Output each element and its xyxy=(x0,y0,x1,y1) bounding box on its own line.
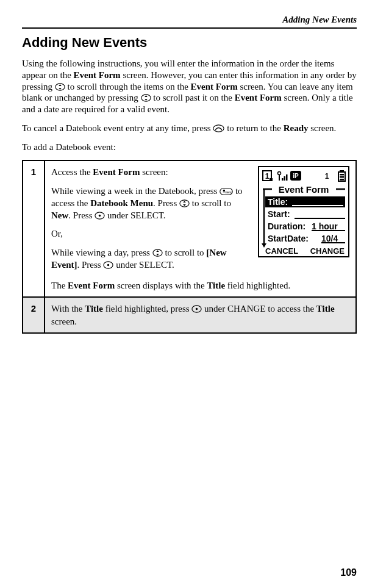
step-number: 2 xyxy=(23,297,45,333)
step1-line2: While viewing a week in the Datebook, pr… xyxy=(51,185,252,222)
text: field highlighted. xyxy=(225,281,290,290)
svg-text:Duration:: Duration: xyxy=(268,221,305,231)
text: to scroll to xyxy=(190,198,231,208)
soft-key-icon xyxy=(191,305,202,313)
text: to scroll through the items on the xyxy=(65,82,191,91)
menu-key-icon: menu xyxy=(220,188,233,195)
svg-text:1 hour: 1 hour xyxy=(312,221,338,231)
text-bold: Event Form xyxy=(191,82,238,91)
svg-rect-29 xyxy=(340,174,344,176)
text: Access the xyxy=(51,167,93,177)
text-bold: Title xyxy=(207,281,225,290)
text-bold: Event Form xyxy=(68,281,115,290)
step1-line1: Access the Event Form screen: xyxy=(51,166,252,178)
step-content: Access the Event Form screen: While view… xyxy=(45,160,356,297)
text-bold: Ready xyxy=(284,123,309,133)
svg-text:menu: menu xyxy=(226,190,233,193)
text: to scroll past it on the xyxy=(151,93,235,102)
soft-key-icon xyxy=(95,212,105,220)
text-bold: Title xyxy=(85,304,103,314)
text: While viewing a day, press xyxy=(51,248,152,257)
text: To cancel a Datebook event entry at any … xyxy=(22,123,213,133)
lcd-screenshot: 1 iP xyxy=(258,166,349,277)
text: screen: xyxy=(140,167,168,177)
text: screen. xyxy=(51,317,77,326)
page-number: 109 xyxy=(340,567,357,578)
scroll-key-icon xyxy=(141,94,151,102)
intro-p1: Using the following instructions, you wi… xyxy=(22,58,357,115)
svg-text:Title:: Title: xyxy=(268,197,288,207)
text-bold: New xyxy=(51,210,68,220)
svg-rect-18 xyxy=(270,178,273,181)
step1-or: Or, xyxy=(51,228,252,240)
page-title: Adding New Events xyxy=(22,35,357,51)
svg-point-50 xyxy=(196,308,198,310)
step-number: 1 xyxy=(23,160,45,297)
step1-line3: While viewing a day, press to scroll to … xyxy=(51,246,252,271)
text-bold: Event Form xyxy=(93,167,140,177)
text: While viewing a week in the Datebook, pr… xyxy=(51,186,220,196)
step-content: With the Title field highlighted, press … xyxy=(45,297,356,333)
svg-rect-22 xyxy=(284,176,286,181)
svg-point-14 xyxy=(107,264,109,266)
text: field highlighted, press xyxy=(103,304,191,314)
svg-point-2 xyxy=(213,125,224,132)
text: . Press xyxy=(153,198,179,208)
svg-rect-31 xyxy=(340,179,344,181)
running-head: Adding New Events xyxy=(22,15,357,25)
end-key-icon xyxy=(213,124,224,132)
svg-text:Event Form: Event Form xyxy=(279,184,329,195)
svg-point-11 xyxy=(99,215,101,217)
text: With the xyxy=(51,304,85,314)
scroll-key-icon xyxy=(179,199,190,207)
header-rule xyxy=(22,27,357,29)
svg-text:1: 1 xyxy=(265,172,270,181)
text-bold: Event Form xyxy=(235,93,282,102)
text: to scroll to xyxy=(163,248,207,257)
text: The xyxy=(51,281,68,290)
text: . Press xyxy=(77,260,104,270)
scroll-key-icon xyxy=(152,249,163,257)
text: screen displays with the xyxy=(115,281,207,290)
intro-p2: To cancel a Datebook event entry at any … xyxy=(22,123,357,134)
svg-text:iP: iP xyxy=(293,173,299,179)
scroll-key-icon xyxy=(55,83,65,91)
text: under SELECT. xyxy=(105,210,165,220)
svg-rect-30 xyxy=(340,176,344,178)
table-row: 2 With the Title field highlighted, pres… xyxy=(23,297,356,333)
intro-p3: To add a Datebook event: xyxy=(22,142,357,153)
table-row: 1 Access the Event Form screen: While vi… xyxy=(23,160,356,297)
text: under SELECT. xyxy=(113,260,174,270)
svg-text:CANCEL: CANCEL xyxy=(265,246,298,256)
svg-text:StartDate:: StartDate: xyxy=(268,234,309,243)
text: to return to the xyxy=(224,123,283,133)
text-bold: Event Form xyxy=(74,70,121,80)
steps-table: 1 Access the Event Form screen: While vi… xyxy=(22,160,357,334)
text: screen. xyxy=(309,123,337,133)
step1-line4: The Event Form screen displays with the … xyxy=(51,279,349,292)
soft-key-icon xyxy=(103,261,113,269)
text: under CHANGE to access the xyxy=(202,304,316,314)
text: . Press xyxy=(68,210,95,220)
svg-text:1: 1 xyxy=(325,172,329,181)
text-bold: Datebook Menu xyxy=(90,198,153,208)
text-bold: Title xyxy=(316,304,335,314)
svg-text:CHANGE: CHANGE xyxy=(310,246,345,256)
svg-text:Start:: Start: xyxy=(268,209,290,219)
svg-text:10/4: 10/4 xyxy=(321,234,338,243)
svg-rect-21 xyxy=(282,178,284,181)
svg-rect-23 xyxy=(286,174,288,181)
